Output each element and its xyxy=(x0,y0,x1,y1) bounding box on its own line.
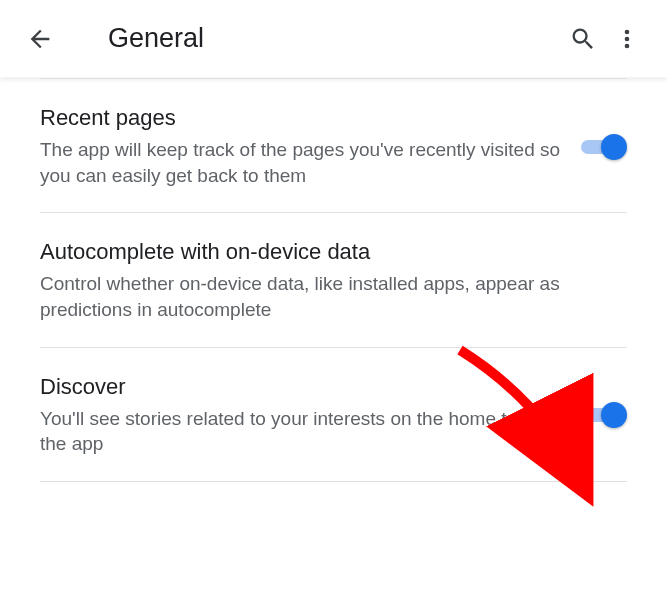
recent-pages-toggle[interactable] xyxy=(581,132,627,162)
settings-list: Recent pages The app will keep track of … xyxy=(0,78,667,482)
setting-text: Discover You'll see stories related to y… xyxy=(40,374,581,457)
divider xyxy=(40,481,627,482)
setting-text: Recent pages The app will keep track of … xyxy=(40,105,581,188)
discover-toggle[interactable] xyxy=(581,400,627,430)
more-button[interactable] xyxy=(605,17,649,61)
setting-title: Autocomplete with on-device data xyxy=(40,239,609,265)
setting-description: You'll see stories related to your inter… xyxy=(40,406,563,457)
app-bar: General xyxy=(0,0,667,78)
page-title: General xyxy=(108,23,561,54)
setting-autocomplete[interactable]: Autocomplete with on-device data Control… xyxy=(0,213,667,346)
setting-discover[interactable]: Discover You'll see stories related to y… xyxy=(0,348,667,481)
search-icon xyxy=(569,25,597,53)
back-button[interactable] xyxy=(18,17,62,61)
setting-recent-pages[interactable]: Recent pages The app will keep track of … xyxy=(0,79,667,212)
arrow-back-icon xyxy=(26,25,54,53)
more-vert-icon xyxy=(613,25,641,53)
setting-text: Autocomplete with on-device data Control… xyxy=(40,239,627,322)
search-button[interactable] xyxy=(561,17,605,61)
setting-description: The app will keep track of the pages you… xyxy=(40,137,563,188)
setting-title: Discover xyxy=(40,374,563,400)
setting-title: Recent pages xyxy=(40,105,563,131)
setting-description: Control whether on-device data, like ins… xyxy=(40,271,609,322)
